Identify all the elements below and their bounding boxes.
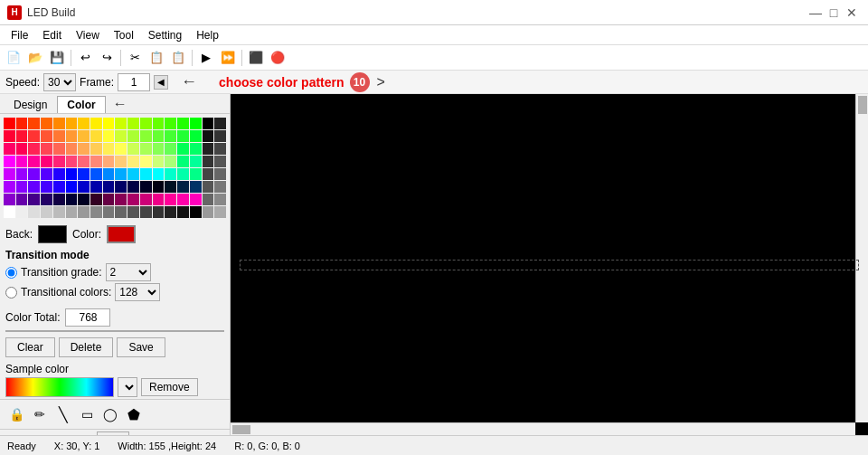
ellipse-tool[interactable]: ◯ — [99, 403, 121, 425]
palette-cell[interactable] — [28, 156, 40, 167]
palette-cell[interactable] — [28, 143, 40, 155]
palette-cell[interactable] — [28, 118, 40, 129]
fore-color-swatch[interactable] — [107, 225, 136, 243]
palette-cell[interactable] — [103, 118, 115, 129]
palette-cell[interactable] — [203, 143, 214, 155]
palette-cell[interactable] — [78, 168, 90, 180]
palette-cell[interactable] — [90, 156, 102, 167]
back-color-swatch[interactable] — [38, 225, 67, 243]
palette-cell[interactable] — [53, 130, 65, 142]
palette-cell[interactable] — [41, 143, 52, 155]
rect-tool[interactable]: ▭ — [76, 403, 98, 425]
save-button[interactable]: 💾 — [47, 48, 67, 68]
palette-cell[interactable] — [90, 206, 102, 218]
palette-cell[interactable] — [190, 156, 202, 167]
palette-cell[interactable] — [103, 181, 115, 193]
menu-setting[interactable]: Setting — [141, 27, 189, 43]
tab-color[interactable]: Color — [57, 96, 105, 113]
palette-cell[interactable] — [177, 206, 189, 218]
frame-back-button[interactable]: ◀ — [154, 75, 168, 90]
palette-cell[interactable] — [177, 194, 189, 205]
palette-cell[interactable] — [165, 206, 176, 218]
palette-cell[interactable] — [28, 130, 40, 142]
palette-cell[interactable] — [103, 206, 115, 218]
palette-cell[interactable] — [115, 143, 127, 155]
palette-cell[interactable] — [16, 143, 28, 155]
palette-cell[interactable] — [16, 168, 28, 180]
palette-cell[interactable] — [140, 118, 152, 129]
palette-cell[interactable] — [214, 130, 226, 142]
horizontal-scrollbar[interactable] — [231, 422, 855, 435]
palette-cell[interactable] — [90, 194, 102, 205]
palette-cell[interactable] — [41, 206, 52, 218]
palette-cell[interactable] — [90, 130, 102, 142]
clear-button[interactable]: Clear — [5, 337, 55, 357]
palette-cell[interactable] — [115, 118, 127, 129]
transition-colors-select[interactable]: 64 128 256 — [115, 283, 160, 301]
sample-color-select[interactable] — [118, 377, 137, 397]
palette-cell[interactable] — [127, 156, 139, 167]
palette-cell[interactable] — [127, 168, 139, 180]
palette-cell[interactable] — [153, 118, 165, 129]
palette-cell[interactable] — [140, 181, 152, 193]
palette-cell[interactable] — [90, 181, 102, 193]
palette-cell[interactable] — [41, 156, 52, 167]
frame-input[interactable] — [118, 73, 150, 91]
fill-checkbox[interactable] — [5, 435, 17, 436]
transition-colors-radio[interactable] — [5, 287, 17, 299]
palette-cell[interactable] — [16, 194, 28, 205]
palette-cell[interactable] — [140, 156, 152, 167]
palette-cell[interactable] — [16, 118, 28, 129]
palette-cell[interactable] — [78, 143, 90, 155]
palette-cell[interactable] — [190, 181, 202, 193]
transition-grade-select[interactable]: 1 2 3 4 5 — [106, 263, 151, 281]
palette-cell[interactable] — [53, 156, 65, 167]
palette-cell[interactable] — [16, 206, 28, 218]
palette-cell[interactable] — [127, 143, 139, 155]
palette-cell[interactable] — [16, 156, 28, 167]
palette-cell[interactable] — [66, 156, 78, 167]
palette-cell[interactable] — [16, 130, 28, 142]
palette-cell[interactable] — [127, 181, 139, 193]
palette-cell[interactable] — [103, 194, 115, 205]
palette-cell[interactable] — [140, 206, 152, 218]
close-button[interactable]: ✕ — [843, 4, 861, 22]
palette-cell[interactable] — [153, 156, 165, 167]
palette-cell[interactable] — [90, 143, 102, 155]
menu-help[interactable]: Help — [189, 27, 226, 43]
palette-cell[interactable] — [153, 194, 165, 205]
palette-cell[interactable] — [115, 181, 127, 193]
palette-cell[interactable] — [103, 168, 115, 180]
canvas-area[interactable] — [231, 94, 868, 435]
palette-cell[interactable] — [78, 181, 90, 193]
palette-cell[interactable] — [66, 194, 78, 205]
palette-cell[interactable] — [4, 168, 15, 180]
palette-cell[interactable] — [103, 130, 115, 142]
pencil-tool[interactable]: ✏ — [29, 403, 51, 425]
palette-cell[interactable] — [66, 168, 78, 180]
palette-cell[interactable] — [177, 143, 189, 155]
palette-cell[interactable] — [115, 194, 127, 205]
palette-cell[interactable] — [140, 168, 152, 180]
save-color-button[interactable]: Save — [117, 337, 165, 357]
palette-cell[interactable] — [190, 130, 202, 142]
palette-cell[interactable] — [177, 156, 189, 167]
palette-cell[interactable] — [41, 181, 52, 193]
menu-file[interactable]: File — [4, 27, 35, 43]
menu-tool[interactable]: Tool — [107, 27, 141, 43]
palette-cell[interactable] — [214, 181, 226, 193]
palette-cell[interactable] — [66, 206, 78, 218]
palette-cell[interactable] — [190, 194, 202, 205]
open-button[interactable]: 📂 — [25, 48, 45, 68]
tab-design[interactable]: Design — [4, 96, 57, 113]
palette-cell[interactable] — [53, 206, 65, 218]
palette-cell[interactable] — [4, 156, 15, 167]
undo-button[interactable]: ↩ — [75, 48, 95, 68]
palette-cell[interactable] — [41, 168, 52, 180]
palette-cell[interactable] — [203, 194, 214, 205]
sample-gradient-bar[interactable] — [5, 377, 114, 397]
palette-cell[interactable] — [203, 118, 214, 129]
palette-cell[interactable] — [115, 168, 127, 180]
palette-cell[interactable] — [214, 143, 226, 155]
palette-cell[interactable] — [177, 130, 189, 142]
